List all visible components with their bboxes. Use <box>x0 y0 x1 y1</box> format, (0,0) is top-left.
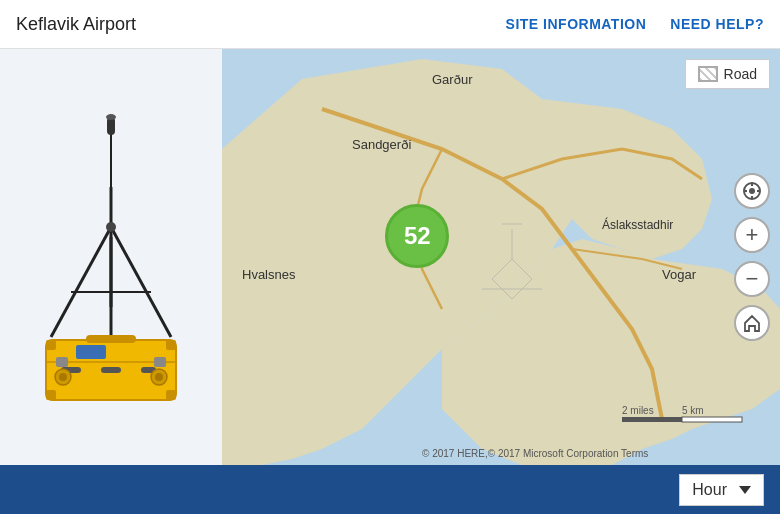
svg-text:© 2017 HERE,© 2017 Microsoft C: © 2017 HERE,© 2017 Microsoft Corporation… <box>422 448 648 459</box>
site-information-link[interactable]: SITE INFORMATION <box>506 16 647 32</box>
svg-rect-16 <box>166 340 176 350</box>
map-svg: Garður Sandgerði Hvalsnes Áslaksstadhir … <box>222 49 780 465</box>
zoom-in-icon: + <box>746 224 759 246</box>
svg-rect-18 <box>166 390 176 400</box>
svg-point-26 <box>155 373 163 381</box>
svg-rect-40 <box>622 417 682 422</box>
road-icon <box>698 66 718 82</box>
chevron-down-icon <box>739 486 751 494</box>
svg-text:Garður: Garður <box>432 72 473 87</box>
svg-text:Vogar: Vogar <box>662 267 697 282</box>
header: Keflavik Airport SITE INFORMATION NEED H… <box>0 0 780 49</box>
svg-text:Áslaksstadhir: Áslaksstadhir <box>602 217 673 232</box>
page-title: Keflavik Airport <box>16 14 506 35</box>
header-nav: SITE INFORMATION NEED HELP? <box>506 16 764 32</box>
bottom-bar: Hour <box>0 465 780 514</box>
svg-line-5 <box>111 227 171 337</box>
svg-rect-12 <box>86 335 136 343</box>
home-button[interactable] <box>734 305 770 341</box>
hour-selector[interactable]: Hour <box>679 474 764 506</box>
svg-point-24 <box>59 373 67 381</box>
svg-rect-22 <box>76 345 106 359</box>
svg-rect-41 <box>682 417 742 422</box>
road-view-button[interactable]: Road <box>685 59 770 89</box>
equipment-panel <box>0 49 222 465</box>
map-area[interactable]: Garður Sandgerði Hvalsnes Áslaksstadhir … <box>222 49 780 465</box>
location-button[interactable] <box>734 173 770 209</box>
zoom-out-button[interactable]: − <box>734 261 770 297</box>
svg-rect-17 <box>46 390 56 400</box>
svg-rect-20 <box>101 367 121 373</box>
map-controls: + − <box>734 173 770 341</box>
noise-level-marker[interactable]: 52 <box>385 204 449 268</box>
equipment-image <box>21 107 201 407</box>
svg-text:Sandgerði: Sandgerði <box>352 137 411 152</box>
svg-line-4 <box>51 227 111 337</box>
location-icon <box>742 181 762 201</box>
home-icon <box>742 313 762 333</box>
zoom-in-button[interactable]: + <box>734 217 770 253</box>
svg-text:5 km: 5 km <box>682 405 704 416</box>
svg-rect-14 <box>154 357 166 367</box>
svg-rect-13 <box>56 357 68 367</box>
svg-text:2 miles: 2 miles <box>622 405 654 416</box>
need-help-link[interactable]: NEED HELP? <box>670 16 764 32</box>
svg-rect-15 <box>46 340 56 350</box>
hour-label: Hour <box>692 481 727 499</box>
svg-point-2 <box>106 114 116 120</box>
svg-point-9 <box>106 222 116 232</box>
noise-value: 52 <box>404 222 431 250</box>
svg-point-46 <box>749 188 755 194</box>
road-label: Road <box>724 66 757 82</box>
zoom-out-icon: − <box>746 268 759 290</box>
svg-text:Hvalsnes: Hvalsnes <box>242 267 296 282</box>
